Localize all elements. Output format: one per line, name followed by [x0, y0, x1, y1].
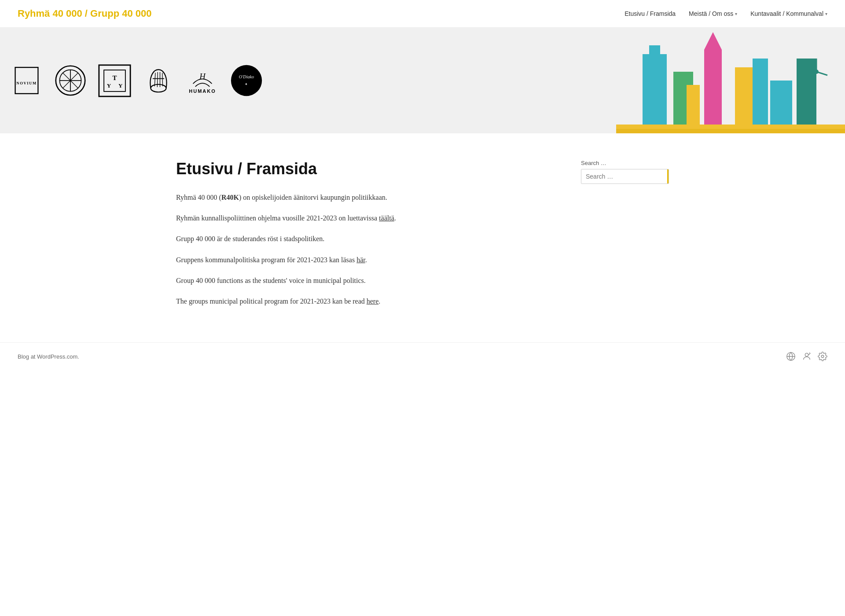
main-nav: Etusivu / Framsida Meistä / Om oss ▾ Kun…: [625, 10, 827, 17]
search-input[interactable]: [581, 169, 667, 183]
chevron-down-icon: ▾: [735, 11, 737, 16]
logo-novium: NOVIUM: [9, 63, 44, 98]
logo-tyy-circle: [53, 63, 88, 98]
svg-text:✦: ✦: [245, 82, 248, 86]
svg-text:O'Diako: O'Diako: [239, 74, 254, 79]
site-footer: Blog at WordPress.com.: [0, 342, 845, 370]
svg-line-15: [157, 72, 158, 87]
svg-marker-27: [704, 32, 722, 50]
svg-rect-24: [649, 45, 660, 56]
follow-icon[interactable]: [802, 352, 812, 361]
bold-r40k: R40K: [221, 194, 239, 201]
logo-humako: H HUMAKO: [185, 63, 220, 98]
svg-rect-26: [704, 50, 722, 133]
chevron-down-icon: ▾: [825, 11, 827, 16]
nav-kuntavaalit[interactable]: Kuntavaalit / Kommunalval ▾: [750, 10, 827, 17]
svg-line-33: [816, 72, 827, 75]
svg-rect-36: [753, 59, 768, 133]
paragraph-3: Grupp 40 000 är de studerandes röst i st…: [176, 233, 546, 245]
svg-point-13: [151, 84, 166, 92]
link-taalta[interactable]: täältä: [379, 214, 394, 222]
paragraph-4: Gruppens kommunalpolitiska program för 2…: [176, 254, 546, 266]
logo-odiako: O'Diako ✦: [229, 63, 264, 98]
content-area: Etusivu / Framsida Ryhmä 40 000 (R40K) o…: [176, 160, 546, 316]
footer-icons: [786, 352, 827, 361]
nav-etusivu[interactable]: Etusivu / Framsida: [625, 10, 676, 17]
svg-rect-0: [15, 67, 38, 94]
nav-meista[interactable]: Meistä / Om oss ▾: [689, 10, 737, 17]
svg-point-41: [821, 355, 824, 358]
svg-text:Y: Y: [107, 82, 111, 88]
wordpress-icon[interactable]: [786, 352, 796, 361]
svg-point-20: [231, 65, 262, 96]
svg-rect-30: [797, 59, 816, 133]
search-form: [581, 169, 669, 184]
sidebar: Search …: [581, 160, 669, 316]
paragraph-5: Group 40 000 functions as the students' …: [176, 275, 546, 286]
site-header: Ryhmä 40 000 / Grupp 40 000 Etusivu / Fr…: [0, 0, 845, 28]
footer-credit: Blog at WordPress.com.: [18, 353, 79, 360]
site-title-link[interactable]: Ryhmä 40 000 / Grupp 40 000: [18, 8, 152, 19]
svg-line-17: [162, 73, 163, 87]
logo-tyy-square: T Y Y: [97, 63, 132, 98]
svg-rect-38: [616, 129, 845, 133]
search-label: Search …: [581, 160, 669, 166]
nav-kuntavaalit-label: Kuntavaalit / Kommunalval: [750, 10, 823, 17]
logo-lyre: [141, 63, 176, 98]
nav-meista-label: Meistä / Om oss: [689, 10, 733, 17]
settings-icon[interactable]: [818, 352, 827, 361]
svg-text:Y: Y: [118, 82, 122, 88]
svg-text:NOVIUM: NOVIUM: [16, 81, 37, 85]
link-here[interactable]: here: [367, 297, 379, 305]
page-title: Etusivu / Framsida: [176, 160, 546, 178]
search-button[interactable]: [667, 169, 669, 183]
paragraph-6: The groups municipal political program f…: [176, 295, 546, 307]
svg-point-40: [805, 353, 808, 356]
svg-text:T: T: [112, 74, 117, 81]
link-har[interactable]: här: [356, 256, 365, 264]
site-main: Etusivu / Framsida Ryhmä 40 000 (R40K) o…: [158, 160, 687, 316]
hero-banner: NOVIUM T Y Y: [0, 28, 845, 133]
paragraph-2: Ryhmän kunnallispoliittinen ohjelma vuos…: [176, 212, 546, 224]
site-title[interactable]: Ryhmä 40 000 / Grupp 40 000: [18, 8, 152, 19]
svg-rect-23: [643, 54, 667, 133]
paragraph-1: Ryhmä 40 000 (R40K) on opiskelijoiden ää…: [176, 191, 546, 203]
hero-logos: NOVIUM T Y Y: [0, 63, 273, 98]
city-skyline: [616, 28, 845, 133]
